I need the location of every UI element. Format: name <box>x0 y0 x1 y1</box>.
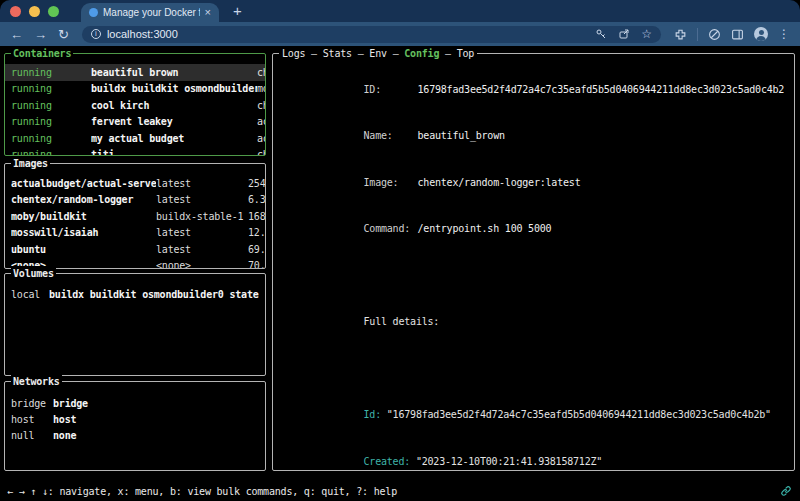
meta-line: ID:16798fad3ee5d2f4d72a4c7c35eafd5b5d040… <box>282 66 784 113</box>
meta-line: Name:beautiful_brown <box>282 113 784 160</box>
status-bar: ← → ↑ ↓: navigate, x: menu, b: view bulk… <box>7 483 792 499</box>
container-name: buildx_buildkit_osmondbuilder0 <box>91 83 257 94</box>
images-panel: Images actualbudget/actual-server latest… <box>4 163 266 269</box>
profile-avatar[interactable] <box>754 27 768 41</box>
volumes-list: local buildx_buildkit_osmondbuilder0_sta… <box>5 274 265 375</box>
config-line <box>282 345 784 392</box>
config-line <box>282 252 784 299</box>
network-row[interactable]: host host <box>5 411 265 427</box>
containers-panel: Containers running beautiful_brown ch ru… <box>4 53 266 156</box>
site-info-icon[interactable] <box>91 29 101 39</box>
container-row[interactable]: running my_actual_budget ac <box>5 130 265 147</box>
inspector-tab-label: Logs <box>282 48 305 59</box>
inspector-tab[interactable]: Logs <box>282 48 305 59</box>
containers-list: running beautiful_brown ch running build… <box>5 54 265 155</box>
meta-key: Name: <box>364 128 418 144</box>
browser-menu-icon[interactable]: ⋮ <box>778 28 790 40</box>
bookmark-star-icon[interactable]: ☆ <box>641 28 652 40</box>
config-line: Id: "16798fad3ee5d2f4d72a4c7c35eafd5b5d0… <box>282 392 784 439</box>
images-panel-title: Images <box>11 156 50 171</box>
meta-key: ID: <box>364 82 418 98</box>
tab-title: Manage your Docker fleet wi <box>103 7 200 18</box>
side-panel-icon[interactable] <box>731 28 744 41</box>
new-tab-button[interactable]: + <box>233 1 242 21</box>
inspector-tab-label: Config <box>404 48 439 59</box>
connection-link-icon[interactable] <box>780 485 792 497</box>
image-name: mosswill/isaiah <box>11 227 156 238</box>
meta-value: beautiful_brown <box>418 130 505 141</box>
tab-close-icon[interactable]: × <box>205 7 211 18</box>
image-tag: latest <box>156 227 248 238</box>
image-size: 6.36MB <box>248 194 265 205</box>
container-row[interactable]: running titi ch <box>5 147 265 156</box>
networks-list: bridge bridge host host null none <box>5 382 265 470</box>
inspector-tab[interactable]: Stats <box>305 48 352 59</box>
volume-row[interactable]: local buildx_buildkit_osmondbuilder0_sta… <box>5 286 265 302</box>
url-text: localhost:3000 <box>107 28 589 40</box>
image-name: ubuntu <box>11 244 156 255</box>
networks-panel: Networks bridge bridge host host null <box>4 381 266 471</box>
container-image: ch <box>257 149 265 155</box>
close-window-button[interactable] <box>10 6 21 17</box>
network-driver: null <box>11 430 53 441</box>
container-image: ch <box>257 67 265 78</box>
config-value: "2023-12-10T00:21:41.938158712Z" <box>410 456 602 467</box>
containers-panel-title: Containers <box>11 46 73 61</box>
browser-tab[interactable]: Manage your Docker fleet wi × <box>81 3 219 22</box>
extensions-icon[interactable] <box>674 28 687 41</box>
image-size: 12.58M <box>248 227 265 238</box>
container-row[interactable]: running cool_kirch ch <box>5 97 265 114</box>
inspector-tab-label: Stats <box>323 48 352 59</box>
image-size: 70.73M <box>248 260 265 268</box>
container-status: running <box>11 149 91 155</box>
volume-name: buildx_buildkit_osmondbuilder0_state <box>49 289 265 300</box>
network-driver: host <box>11 414 53 425</box>
inspector-tab-label: Top <box>457 48 474 59</box>
image-row[interactable]: chentex/random-logger latest 6.36MB <box>5 192 265 209</box>
network-row[interactable]: null none <box>5 427 265 443</box>
browser-window: Manage your Docker fleet wi × + ← → ↻ lo… <box>0 0 800 501</box>
image-row[interactable]: ubuntu latest 69.27M <box>5 241 265 258</box>
forward-icon[interactable]: → <box>34 28 47 41</box>
container-image: mo <box>257 83 265 94</box>
network-row[interactable]: bridge bridge <box>5 395 265 411</box>
container-status: running <box>11 83 91 94</box>
address-bar[interactable]: localhost:3000 ☆ <box>82 26 661 43</box>
container-row[interactable]: running buildx_buildkit_osmondbuilder0 m… <box>5 81 265 98</box>
container-status: running <box>11 100 91 111</box>
password-key-icon[interactable] <box>595 28 607 40</box>
image-tag: <none> <box>156 260 248 268</box>
container-name: fervent_leakey <box>91 116 257 127</box>
container-row[interactable]: running fervent_leakey ac <box>5 114 265 131</box>
share-icon[interactable] <box>618 28 630 40</box>
volumes-panel-title: Volumes <box>11 266 56 281</box>
network-name: host <box>53 414 265 425</box>
container-row[interactable]: running beautiful_brown ch <box>5 64 265 81</box>
network-driver: bridge <box>11 398 53 409</box>
container-image: ac <box>257 116 265 127</box>
inspector-tab[interactable]: Config <box>387 48 439 59</box>
config-line: Full details: <box>282 299 784 346</box>
back-icon[interactable]: ← <box>10 28 23 41</box>
reload-icon[interactable]: ↻ <box>58 28 69 41</box>
volumes-panel: Volumes local buildx_buildkit_osmondbuil… <box>4 273 266 376</box>
image-tag: latest <box>156 178 248 189</box>
account-sync-icon[interactable] <box>708 28 721 41</box>
maximize-window-button[interactable] <box>48 6 59 17</box>
inspector-tab[interactable]: Env <box>352 48 387 59</box>
image-tag: latest <box>156 244 248 255</box>
inspector-tab-label: Env <box>369 48 386 59</box>
image-row[interactable]: mosswill/isaiah latest 12.58M <box>5 225 265 242</box>
inspector-details: Full details: Id: "16798fad3ee5d2f4d72a4… <box>282 252 784 470</box>
network-name: bridge <box>53 398 265 409</box>
image-tag: buildx-stable-1 <box>156 211 248 222</box>
container-name: beautiful_brown <box>91 67 257 78</box>
toolbar-divider <box>697 28 698 41</box>
image-row[interactable]: moby/buildkit buildx-stable-1 168.13 <box>5 208 265 225</box>
meta-line: Image:chentex/random-logger:latest <box>282 159 784 206</box>
inspector-tab[interactable]: Top <box>439 48 474 59</box>
container-image: ch <box>257 100 265 111</box>
minimize-window-button[interactable] <box>29 6 40 17</box>
meta-value: /entrypoint.sh 100 5000 <box>418 223 552 234</box>
image-row[interactable]: actualbudget/actual-server latest 254.96 <box>5 175 265 192</box>
